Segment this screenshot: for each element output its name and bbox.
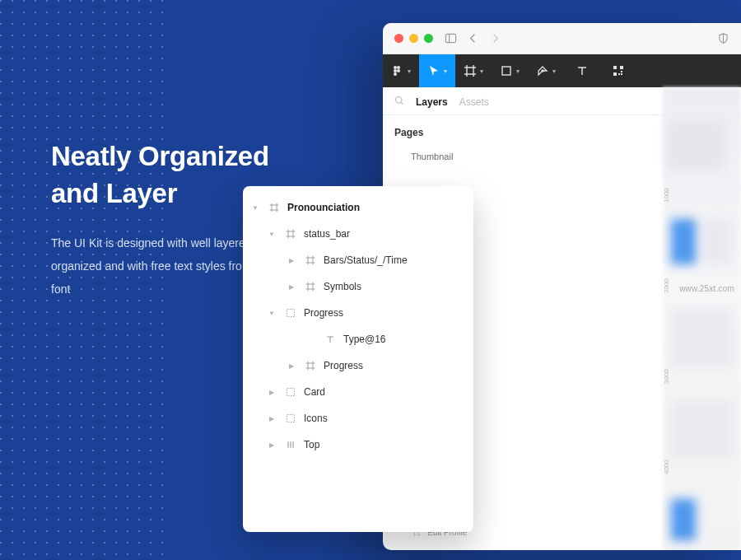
frame-icon (304, 361, 317, 371)
svg-point-13 (542, 70, 543, 72)
disclosure-triangle-icon[interactable]: ▶ (286, 283, 297, 291)
layer-label: Progress (324, 360, 465, 371)
close-window-icon[interactable] (394, 34, 403, 43)
text-tool-button[interactable] (564, 54, 600, 87)
layer-row[interactable]: ▶Symbols (243, 273, 473, 300)
group-icon (284, 387, 297, 397)
layer-label: Top (304, 439, 465, 450)
svg-rect-21 (618, 73, 620, 75)
svg-rect-12 (502, 67, 510, 75)
group-icon (284, 413, 297, 423)
disclosure-triangle-icon[interactable]: ▼ (266, 231, 277, 238)
disclosure-triangle-icon[interactable]: ▼ (266, 310, 277, 317)
svg-rect-0 (445, 34, 455, 42)
layer-row[interactable]: ▼Progress (243, 300, 473, 326)
disclosure-triangle-icon[interactable]: ▶ (266, 389, 277, 396)
layers-tab[interactable]: Layers (416, 96, 448, 108)
disclosure-triangle-icon[interactable]: ▶ (266, 441, 277, 449)
shape-tool-button[interactable]: ▾ (492, 54, 528, 87)
svg-rect-20 (621, 71, 622, 72)
text-icon (324, 334, 337, 344)
svg-rect-16 (613, 66, 617, 69)
svg-point-7 (397, 69, 400, 72)
frame-tool-button[interactable]: ▾ (455, 54, 492, 87)
frame-icon (304, 282, 317, 292)
svg-rect-55 (287, 389, 295, 396)
svg-rect-48 (287, 310, 295, 317)
sidebar-toggle-icon[interactable] (445, 32, 457, 44)
layer-row[interactable]: Type@16 (243, 326, 473, 352)
move-tool-button[interactable]: ▾ (419, 54, 455, 87)
svg-point-22 (396, 97, 403, 104)
browser-titlebar (383, 23, 741, 54)
pages-header-label: Pages (394, 127, 423, 138)
disclosure-triangle-icon[interactable]: ▶ (266, 415, 277, 422)
layer-row[interactable]: ▼Pronounciation (243, 194, 473, 221)
layer-label: status_bar (304, 228, 465, 240)
layer-row[interactable]: ▶Icons (243, 405, 473, 432)
figma-menu-button[interactable]: ▾ (383, 54, 419, 87)
nav-forward-icon[interactable] (489, 32, 501, 44)
minimize-window-icon[interactable] (409, 34, 418, 43)
svg-rect-19 (621, 73, 622, 75)
disclosure-triangle-icon[interactable]: ▼ (249, 204, 261, 212)
window-controls[interactable] (394, 34, 433, 43)
frame-icon (284, 229, 297, 239)
figma-toolbar: ▾ ▾ ▾ ▾ ▾ (383, 54, 741, 87)
svg-rect-17 (620, 66, 623, 69)
layer-label: Progress (304, 307, 465, 319)
layer-label: Pronounciation (287, 202, 465, 213)
pen-tool-button[interactable]: ▾ (528, 54, 564, 87)
layer-label: Type@16 (343, 334, 465, 345)
layer-row[interactable]: ▶Top (243, 432, 473, 458)
layer-row[interactable]: ▶Progress (243, 352, 473, 379)
resources-button[interactable] (600, 54, 636, 87)
privacy-shield-icon[interactable] (717, 32, 729, 44)
group-icon (284, 308, 297, 318)
svg-rect-56 (287, 415, 295, 422)
disclosure-triangle-icon[interactable]: ▶ (286, 257, 297, 264)
svg-point-3 (394, 66, 397, 69)
layers-tree-popover: ▼Pronounciation▼status_bar▶Bars/Status/_… (243, 186, 473, 532)
layer-label: Icons (304, 413, 465, 424)
svg-point-6 (397, 66, 400, 69)
assets-tab[interactable]: Assets (459, 96, 489, 108)
autolayout-icon (284, 440, 297, 450)
watermark-text: www.25xt.com (679, 284, 734, 293)
nav-back-icon[interactable] (467, 32, 479, 44)
frame-icon (268, 203, 281, 212)
canvas-ruler: 1000 2000 3000 4000 (655, 87, 671, 550)
layer-label: Bars/Status/_/Time (324, 254, 465, 266)
layer-row[interactable]: ▶Bars/Status/_/Time (243, 247, 473, 273)
disclosure-triangle-icon[interactable]: ▶ (286, 362, 297, 370)
search-icon[interactable] (394, 96, 404, 108)
svg-rect-18 (613, 72, 617, 76)
layer-row[interactable]: ▶Card (243, 379, 473, 405)
frame-icon (304, 255, 317, 265)
layer-row[interactable]: ▼status_bar (243, 221, 473, 247)
svg-point-5 (394, 72, 397, 76)
layer-label: Symbols (324, 281, 465, 292)
svg-line-23 (401, 102, 403, 104)
canvas-preview (663, 87, 741, 550)
maximize-window-icon[interactable] (424, 34, 433, 43)
layer-label: Card (304, 386, 465, 398)
svg-point-4 (394, 69, 397, 72)
